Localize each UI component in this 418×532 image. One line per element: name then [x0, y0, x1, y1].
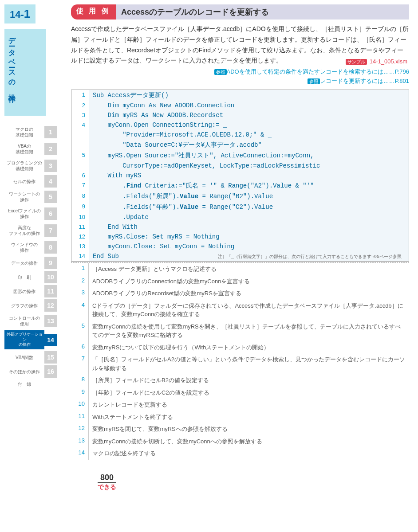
sample-filename: 14-1_005.xlsm — [370, 58, 407, 65]
code-line-number: 4 — [71, 120, 89, 130]
explanation-row: 12変数myRSを閉じて、変数myRSへの参照を解放する — [71, 423, 409, 435]
code-line: myRS.Close: Set myRS = Nothing — [89, 232, 409, 242]
explanation-text: マクロの記述を終了する — [89, 447, 159, 460]
nav-item[interactable]: ウィンドウの操作8 — [4, 240, 62, 255]
nav-number: 8 — [44, 241, 57, 254]
code-line-number: 7 — [71, 180, 89, 191]
nav-label: 付 録 — [4, 379, 44, 389]
explanation-row: 1［Access データ更新］というマクロを記述する — [71, 263, 409, 275]
explanation-text: ［所属］フィールドにセルB2の値を設定する — [89, 374, 213, 387]
nav-item[interactable]: セルの操作4 — [4, 175, 62, 188]
explanation-number: 13 — [71, 435, 89, 448]
nav-label: マクロの基礎知識 — [4, 125, 44, 140]
section-title-box: データベースの 操作 — [4, 29, 46, 116]
ref-text: ADOを使用して特定の条件を満たすレコードを検索するには……P.796 — [227, 68, 409, 75]
nav-item[interactable]: VBAの基礎知識2 — [4, 141, 62, 156]
nav-label: 外部アプリケーションの操作 — [4, 330, 44, 349]
explanation-number: 1 — [71, 263, 89, 275]
nav-item[interactable]: 図形の操作11 — [4, 285, 62, 297]
code-row: 4 myConn.Open ConnectionString:= _ — [71, 120, 409, 130]
nav-number: 5 — [44, 191, 57, 203]
code-line-number: 11 — [71, 222, 89, 232]
code-line: .Find Criteria:="氏名 = '" & Range("A2").V… — [89, 180, 409, 191]
code-line-number: 5 — [71, 150, 89, 161]
nav-item[interactable]: マクロの基礎知識1 — [4, 125, 62, 140]
code-row: 11 End With — [71, 222, 409, 232]
explanation-text: ［年齢］フィールドにセルC2の値を設定する — [89, 387, 213, 399]
nav-label: プログラミングの基礎知識 — [4, 158, 44, 173]
explanation-number: 8 — [71, 374, 89, 387]
code-line-number: 14 — [71, 251, 89, 261]
nav-label: 高度なファイルの操作 — [4, 223, 44, 238]
explanation-number: 11 — [71, 411, 89, 423]
page-number: 800 — [98, 473, 116, 483]
code-line: "Provider=Microsoft.ACE.OLEDB.12.0;" & _ — [89, 130, 409, 140]
explanation-number: 3 — [71, 287, 89, 300]
nav-number: 14 — [44, 334, 57, 346]
code-line: .Update — [89, 212, 409, 222]
code-note: 注）「_（行継続文字）」の部分は、次の行と続けて入力することもできます→95ペー… — [218, 254, 405, 260]
page-container: 14-1 データベースの 操作 マクロの基礎知識1VBAの基礎知識2プログラミン… — [0, 0, 418, 509]
nav-number: 3 — [44, 160, 57, 172]
explanation-row: 11Withステートメントを終了する — [71, 411, 409, 423]
code-line: .Fields("年齢").Value = Range("C2").Value — [89, 202, 409, 212]
explanation-number: 14 — [71, 447, 89, 460]
explanation-number: 6 — [71, 341, 89, 354]
nav-item[interactable]: コントロールの使用13 — [4, 313, 62, 329]
code-line: myRS.Open Source:="社員リスト", ActiveConnect… — [89, 150, 409, 161]
explanation-row: 2ADODBライブラリのConnection型の変数myConnを宣言する — [71, 275, 409, 288]
nav-label: データの操作 — [4, 258, 44, 268]
nav-item[interactable]: 高度なファイルの操作7 — [4, 223, 62, 238]
explanation-text: ［Access データ更新］というマクロを記述する — [89, 263, 220, 275]
brand-label: できる — [98, 483, 116, 490]
reference-links: 参照ADOを使用して特定の条件を満たすレコードを検索するには……P.796参照レ… — [71, 68, 409, 85]
code-line-number: 8 — [71, 191, 89, 202]
page-footer: 800 できる — [71, 473, 409, 491]
explanation-row: 4Cドライブの［データ］フォルダーに保存されている、Accessで作成したデータ… — [71, 300, 409, 321]
nav-item[interactable]: そのほかの操作16 — [4, 365, 62, 378]
nav-label: コントロールの使用 — [4, 313, 44, 329]
ref-badge: 参照 — [308, 78, 320, 84]
explanation-text: ADODBライブラリのConnection型の変数myConnを宣言する — [89, 275, 253, 288]
explanation-number: 10 — [71, 399, 89, 411]
nav-item[interactable]: プログラミングの基礎知識3 — [4, 158, 62, 173]
reference-link[interactable]: 参照ADOを使用して特定の条件を満たすレコードを検索するには……P.796 — [71, 68, 409, 76]
nav-number: 16 — [44, 365, 57, 378]
nav-item[interactable]: 付 録 — [4, 379, 62, 389]
nav-number: 13 — [44, 315, 57, 327]
nav-number: 4 — [44, 175, 57, 188]
ref-badge: 参照 — [214, 69, 227, 75]
code-line: Dim myConn As New ADODB.Connection — [89, 101, 409, 110]
explanation-text: 変数myRSについて以下の処理を行う（Withステートメントの開始） — [89, 341, 273, 354]
title-row: 使 用 例 Accessのテーブルのレコードを更新する — [71, 4, 409, 20]
code-line-number: 6 — [71, 171, 89, 180]
code-line-number: 1 — [71, 90, 89, 101]
description-wrap: Accessで作成したデータベースファイル［人事データ.accdb］にADOを使… — [71, 24, 409, 66]
nav-label: Excelファイルの操作 — [4, 206, 44, 221]
nav-number: 9 — [44, 257, 57, 269]
nav-item[interactable]: VBA関数15 — [4, 351, 62, 364]
explanation-text: 変数myConnの接続を使用して変数myRSを開き、［社員リスト］テーブルを参照… — [89, 321, 409, 341]
explanation-text: 「［氏名］フィールドがセルA2の値と等しい」という条件でデータを検索し、見つかっ… — [89, 353, 409, 374]
main-content: 使 用 例 Accessのテーブルのレコードを更新する Accessで作成したデ… — [62, 4, 409, 491]
explanation-row: 10カレントレコードを更新する — [71, 399, 409, 411]
code-line: End Sub注）「_（行継続文字）」の部分は、次の行と続けて入力することもでき… — [89, 251, 409, 261]
chapter-badge: 14-1 — [4, 4, 35, 23]
code-line-number — [71, 140, 89, 150]
reference-link[interactable]: 参照レコードを更新するには……P.801 — [71, 77, 409, 85]
explanation-row: 14マクロの記述を終了する — [71, 447, 409, 460]
nav-item[interactable]: ワークシートの操作5 — [4, 189, 62, 204]
nav-item[interactable]: 外部アプリケーションの操作14 — [4, 330, 62, 349]
nav-item[interactable]: グラフの操作12 — [4, 299, 62, 312]
code-line: Dim myRS As New ADODB.Recordset — [89, 110, 409, 120]
nav-item[interactable]: 印 刷10 — [4, 271, 62, 283]
nav-item[interactable]: データの操作9 — [4, 257, 62, 269]
nav-label: ウィンドウの操作 — [4, 240, 44, 255]
explanation-number: 9 — [71, 387, 89, 399]
code-row: 10 .Update — [71, 212, 409, 222]
nav-item[interactable]: Excelファイルの操作6 — [4, 206, 62, 221]
code-row: 8 .Fields("所属").Value = Range("B2").Valu… — [71, 191, 409, 202]
nav-number: 6 — [44, 207, 57, 220]
code-row: 5 myRS.Open Source:="社員リスト", ActiveConne… — [71, 150, 409, 161]
code-line-number: 3 — [71, 110, 89, 120]
